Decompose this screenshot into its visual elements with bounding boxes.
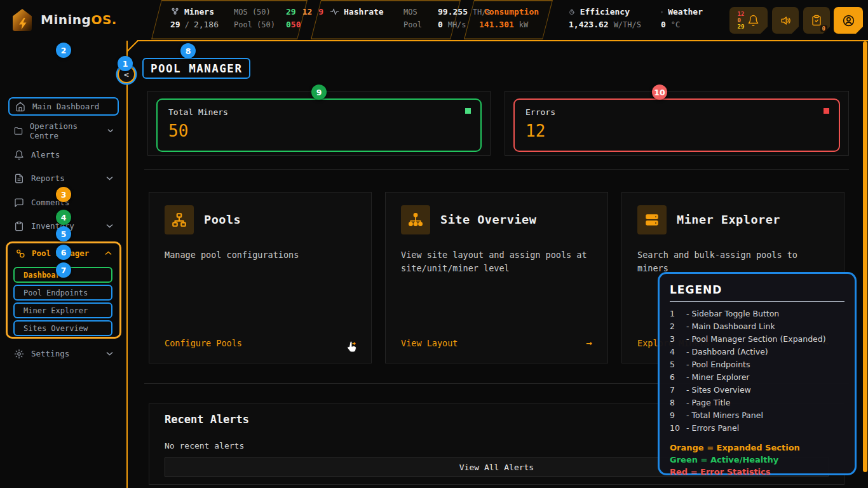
sidebar-label: Alerts — [31, 150, 60, 159]
hashrate-mos-value: 99.255 — [438, 7, 468, 17]
legend-items: 1 - Sidebar Toggle Button 2 - Main Dashb… — [670, 308, 844, 435]
notif-warning-count: 0 — [738, 17, 745, 24]
legend-item-label: - Errors Panel — [686, 422, 739, 435]
chevron-down-icon — [107, 128, 114, 133]
legend-item: 6 - Miner Explorer — [670, 371, 844, 384]
annotation-badge-number: 7 — [61, 266, 67, 275]
profile-button[interactable] — [834, 7, 863, 34]
home-icon — [15, 102, 25, 112]
errors-label: Errors — [526, 107, 828, 117]
server-stack-icon — [644, 212, 660, 228]
legend-panel: LEGEND 1 - Sidebar Toggle Button 2 - Mai… — [658, 272, 857, 475]
annotation-badge: 6 — [56, 245, 71, 260]
page-title: POOL MANAGER — [142, 58, 250, 79]
total-miners-highlight: Total Miners 50 — [156, 98, 482, 152]
hashrate-activity-icon — [330, 7, 339, 17]
bell-icon — [14, 150, 24, 160]
site-overview-icon-tile — [401, 205, 430, 234]
weather-stat-panel: Weather 0 °C — [648, 0, 718, 39]
chevron-up-icon — [105, 251, 112, 255]
miners-online-count: 29 — [286, 7, 296, 17]
pools-card[interactable]: Pools Manage pool configurations Configu… — [149, 192, 372, 363]
miners-separator: / — [185, 20, 189, 29]
clipboard-icon — [14, 221, 24, 231]
legend-item: 8 - Page Title — [670, 396, 844, 409]
gear-icon — [14, 349, 24, 359]
legend-color-note: Orange = Expanded Section — [670, 442, 844, 454]
sidebar-subitem-miner-explorer[interactable]: Miner Explorer — [13, 302, 112, 318]
legend-item: 2 - Main Dashboard Link — [670, 320, 844, 333]
hashrate-pool-label: Pool — [403, 20, 433, 29]
bell-icon — [747, 15, 759, 27]
hashrate-title: Hashrate — [344, 7, 384, 17]
annotation-badge: 7 — [56, 262, 71, 278]
folder-icon — [14, 126, 23, 136]
tasks-badge: 0 — [820, 25, 827, 32]
brand-primary: Mining — [41, 12, 91, 27]
subitem-label: Sites Overview — [24, 324, 88, 333]
brand-name: MiningOS. — [41, 12, 117, 27]
view-layout-link[interactable]: View Layout → — [401, 337, 592, 349]
message-square-icon — [14, 198, 24, 208]
tasks-button[interactable]: 0 — [803, 7, 830, 34]
annotation-badge-number: 10 — [654, 88, 665, 97]
total-miners-panel: Total Miners 50 — [147, 91, 491, 156]
notif-critical-count: 12 — [738, 11, 745, 17]
pools-icon-tile — [165, 205, 194, 234]
total-miners-label: Total Miners — [168, 107, 470, 117]
card-title: Site Overview — [440, 213, 536, 226]
efficiency-title: Efficiency — [580, 7, 630, 17]
card-title: Pools — [204, 213, 241, 226]
chevron-down-icon — [106, 176, 113, 180]
efficiency-value: 1,423.62 — [569, 20, 609, 29]
sidebar-subitem-sites-overview[interactable]: Sites Overview — [13, 320, 112, 336]
sound-button[interactable] — [772, 7, 799, 34]
chevron-down-icon — [106, 351, 113, 356]
sidebar-item-alerts[interactable]: Alerts — [8, 146, 119, 164]
brand-logo: MiningOS. — [10, 8, 117, 32]
weather-sun-icon — [661, 8, 663, 17]
card-link-label: Configure Pools — [165, 338, 242, 348]
site-overview-card[interactable]: Site Overview View site layout and assig… — [385, 192, 608, 363]
card-title: Miner Explorer — [677, 213, 780, 226]
legend-item-number: 3 — [670, 333, 682, 346]
sidebar-item-reports[interactable]: Reports — [8, 169, 119, 187]
legend-item: 4 - Dashboard (Active) — [670, 346, 844, 358]
sidebar-label: Operations Centre — [30, 121, 100, 140]
card-description: Manage pool configurations — [165, 248, 356, 262]
miners-network-icon — [170, 7, 180, 17]
legend-item-number: 1 — [670, 308, 682, 320]
configure-pools-link[interactable]: Configure Pools → — [165, 337, 356, 349]
notifications-button[interactable]: 12 0 29 — [729, 7, 768, 34]
legend-divider — [670, 301, 844, 302]
sidebar-subitem-pool-endpoints[interactable]: Pool Endpoints — [13, 285, 112, 301]
notif-info-count: 29 — [738, 24, 745, 30]
miners-pool-ok: 0 — [286, 20, 291, 29]
errors-panel: Errors 12 — [505, 91, 849, 156]
sidebar-item-main-dashboard[interactable]: Main Dashboard — [8, 97, 119, 116]
legend-color-notes: Orange = Expanded Section Green = Active… — [670, 442, 844, 478]
sidebar-item-settings[interactable]: Settings — [8, 344, 119, 363]
miners-title: Miners — [184, 7, 214, 17]
annotation-badge-number: 4 — [61, 213, 67, 222]
pools-nodes-icon — [15, 248, 25, 259]
card-description: Search and bulk-assign pools to miners — [637, 248, 829, 275]
header-bottom-border — [137, 40, 868, 41]
efficiency-unit: W/TH/S — [614, 20, 641, 29]
annotation-badge-number: 6 — [61, 248, 67, 257]
legend-item-number: 10 — [670, 422, 682, 435]
legend-item: 3 - Pool Manager Section (Expanded) — [670, 333, 844, 346]
miners-stat-panel: Miners MOS (50) 29 12 9 29 / 2,186 — [151, 0, 308, 39]
scrollbar-thumb[interactable] — [863, 41, 867, 472]
miners-pool-errors: 50 — [291, 20, 301, 29]
legend-item-number: 4 — [670, 346, 682, 358]
sidebar-item-operations-centre[interactable]: Operations Centre — [8, 121, 119, 140]
legend-item-label: - Pool Endpoints — [686, 358, 750, 371]
annotation-badge-number: 3 — [61, 190, 67, 200]
consumption-stat-panel: Consumption 141.301 kW — [464, 0, 553, 39]
hashrate-pool-value: 0 — [438, 20, 443, 29]
card-description: View site layout and assign pools at sit… — [401, 248, 592, 275]
legend-item-label: - Pool Manager Section (Expanded) — [686, 333, 826, 346]
annotation-badge-number: 5 — [61, 229, 67, 239]
miners-mos-label: MOS (50) — [234, 8, 281, 17]
